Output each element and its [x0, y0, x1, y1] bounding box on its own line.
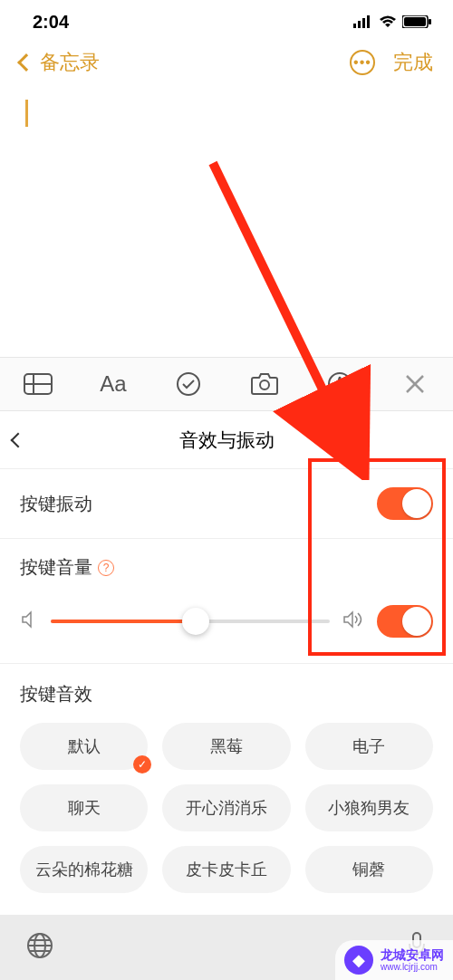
status-bar: 2:04	[0, 0, 453, 40]
svg-rect-0	[353, 24, 356, 28]
close-keyboard-button[interactable]	[388, 357, 442, 411]
chevron-left-icon	[17, 53, 35, 72]
slider-fill	[51, 620, 196, 623]
volume-slider[interactable]	[51, 620, 330, 623]
panel-title: 音效与振动	[179, 428, 275, 453]
back-label: 备忘录	[40, 49, 100, 76]
table-button[interactable]	[11, 357, 65, 411]
svg-rect-1	[358, 21, 361, 28]
checklist-button[interactable]	[161, 357, 216, 411]
sound-effect-chip[interactable]: 黑莓	[162, 723, 290, 770]
watermark-icon: ◆	[344, 946, 373, 975]
svg-rect-2	[362, 18, 365, 28]
slider-thumb[interactable]	[182, 608, 209, 635]
panel-header: 音效与振动	[0, 411, 453, 469]
editor-area[interactable]	[0, 85, 453, 357]
sound-effect-chip[interactable]: 默认	[20, 723, 148, 770]
globe-button[interactable]	[25, 931, 54, 964]
nav-bar: 备忘录 ••• 完成	[0, 40, 453, 85]
sound-effect-chip[interactable]: 小狼狗男友	[305, 784, 433, 831]
svg-rect-5	[404, 17, 426, 26]
sound-effect-chip[interactable]: 铜磬	[305, 846, 433, 893]
sound-effect-chip[interactable]: 开心消消乐	[162, 784, 290, 831]
svg-point-11	[260, 380, 269, 389]
status-time: 2:04	[33, 12, 69, 33]
more-button[interactable]: •••	[350, 50, 375, 75]
markup-button[interactable]	[313, 357, 367, 411]
volume-section: 按键音量 ?	[0, 539, 453, 664]
volume-toggle[interactable]	[377, 605, 433, 638]
sound-effect-chip[interactable]: 电子	[305, 723, 433, 770]
speaker-high-icon	[342, 610, 364, 632]
watermark-title: 龙城安卓网	[381, 948, 444, 962]
sound-effect-chip[interactable]: 聊天	[20, 784, 148, 831]
wifi-icon	[379, 12, 397, 33]
svg-rect-6	[429, 19, 431, 24]
done-button[interactable]: 完成	[393, 49, 433, 76]
text-style-button[interactable]: Aa	[86, 357, 140, 411]
sound-effect-chip[interactable]: 皮卡皮卡丘	[162, 846, 290, 893]
vibration-row: 按键振动	[0, 469, 453, 539]
watermark-url: www.lcjrjj.com	[381, 962, 444, 972]
signal-icon	[353, 12, 373, 33]
svg-point-10	[178, 373, 199, 395]
format-toolbar: Aa	[0, 357, 453, 411]
battery-icon	[402, 12, 431, 33]
camera-button[interactable]	[237, 357, 292, 411]
text-cursor	[25, 100, 28, 127]
speaker-low-icon	[20, 610, 38, 632]
status-indicators	[353, 12, 431, 33]
ellipsis-icon: •••	[353, 55, 371, 70]
volume-label: 按键音量	[20, 555, 92, 580]
watermark: ◆ 龙城安卓网 www.lcjrjj.com	[335, 940, 453, 980]
vibration-label: 按键振动	[20, 492, 92, 516]
vibration-toggle[interactable]	[377, 487, 433, 520]
panel-back-button[interactable]	[11, 432, 26, 447]
sound-effects-section: 按键音效 默认黑莓电子聊天开心消消乐小狼狗男友云朵的棉花糖皮卡皮卡丘铜磬	[0, 664, 453, 893]
sound-effect-chip[interactable]: 云朵的棉花糖	[20, 846, 148, 893]
effects-title: 按键音效	[20, 682, 433, 706]
help-icon[interactable]: ?	[98, 560, 114, 576]
back-button[interactable]: 备忘录	[20, 49, 100, 76]
svg-rect-3	[367, 15, 370, 28]
